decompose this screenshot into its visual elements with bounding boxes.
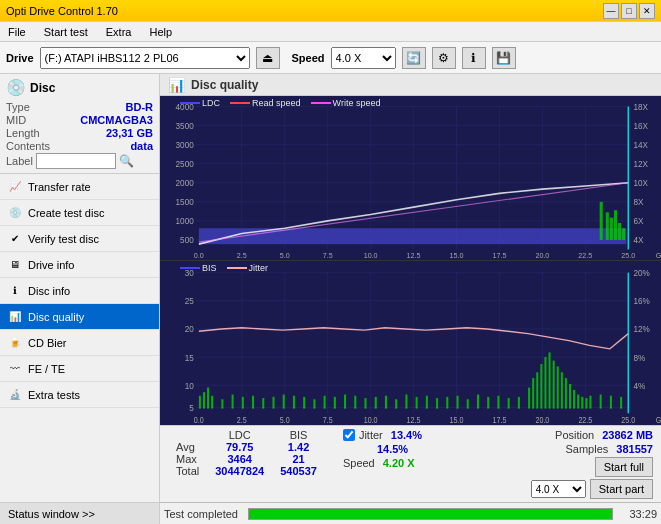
svg-text:7.5: 7.5 [323,415,333,425]
create-test-disc-icon: 💿 [8,206,22,220]
svg-text:500: 500 [180,235,194,245]
drive-info-icon: 🖥 [8,258,22,272]
ldc-legend: LDC Read speed Write speed [180,98,380,108]
charts-area: LDC Read speed Write speed [160,96,661,425]
save-button[interactable]: 💾 [492,47,516,69]
svg-text:8X: 8X [633,197,643,207]
sidebar-item-cd-bier[interactable]: 🍺 CD Bier [0,330,159,356]
app-title: Opti Drive Control 1.70 [6,5,118,17]
disc-mid-row: MID CMCMAGBA3 [6,114,153,126]
svg-rect-53 [622,228,625,240]
drive-select[interactable]: (F:) ATAPI iHBS112 2 PL06 [40,47,250,69]
svg-rect-103 [262,398,264,409]
sidebar-item-transfer-rate[interactable]: 📈 Transfer rate [0,174,159,200]
sidebar-item-extra-tests[interactable]: 🔬 Extra tests [0,382,159,408]
svg-text:25.0: 25.0 [621,415,635,425]
stats-col-empty [168,429,207,441]
menu-file[interactable]: File [4,25,30,39]
buttons-row: Start full [595,457,653,477]
start-part-button[interactable]: Start part [590,479,653,499]
svg-text:25: 25 [185,296,194,307]
svg-rect-126 [497,396,499,409]
sidebar-item-disc-info[interactable]: ℹ Disc info [0,278,159,304]
bis-legend-bis: BIS [180,263,217,273]
status-window-button[interactable]: Status window >> [0,502,159,524]
close-button[interactable]: ✕ [639,3,655,19]
svg-rect-139 [569,384,571,409]
sidebar-item-label-transfer-rate: Transfer rate [28,181,91,193]
svg-rect-122 [457,396,459,409]
jitter-row: Jitter 13.4% [343,429,422,441]
sidebar-item-label-disc-info: Disc info [28,285,70,297]
svg-rect-118 [416,397,418,409]
svg-text:6X: 6X [633,216,643,226]
bis-legend-jitter: Jitter [227,263,269,273]
svg-text:25.0: 25.0 [621,251,635,260]
svg-text:1000: 1000 [176,216,195,226]
sidebar-item-drive-info[interactable]: 🖥 Drive info [0,252,159,278]
speed-label-row: Speed 4.20 X [343,457,422,469]
ldc-legend-read: Read speed [230,98,301,108]
minimize-button[interactable]: — [603,3,619,19]
speed-label: Speed [343,457,375,469]
speed-select[interactable]: 4.0 X [331,47,396,69]
disc-label-input[interactable] [36,153,116,169]
progress-bar-container [248,508,613,520]
stats-total-bis: 540537 [272,465,325,477]
sidebar-item-create-test-disc[interactable]: 💿 Create test disc [0,200,159,226]
bis-legend-jitter-label: Jitter [249,263,269,273]
samples-value: 381557 [616,443,653,455]
refresh-button[interactable]: 🔄 [402,47,426,69]
disc-mid-value: CMCMAGBA3 [80,114,153,126]
jitter-checkbox[interactable] [343,429,355,441]
disc-mid-label: MID [6,114,26,126]
sidebar-item-label-drive-info: Drive info [28,259,74,271]
svg-rect-113 [364,398,366,409]
menu-extra[interactable]: Extra [102,25,136,39]
stats-col-bis: BIS [272,429,325,441]
info-button[interactable]: ℹ [462,47,486,69]
menu-start-test[interactable]: Start test [40,25,92,39]
settings-button[interactable]: ⚙ [432,47,456,69]
svg-rect-134 [549,352,551,408]
bis-chart-svg: 30 25 20 15 10 5 20% 16% 12% 8% 4% [160,261,661,425]
quality-icon: 📊 [168,77,185,93]
disc-label-icon[interactable]: 🔍 [119,154,134,168]
window-controls[interactable]: — □ ✕ [603,3,655,19]
disc-type-value: BD-R [126,101,154,113]
ldc-legend-write: Write speed [311,98,381,108]
maximize-button[interactable]: □ [621,3,637,19]
svg-text:12%: 12% [633,324,650,335]
svg-rect-129 [528,388,530,409]
menu-help[interactable]: Help [145,25,176,39]
sidebar-item-label-fe-te: FE / TE [28,363,65,375]
stats-row-avg-label: Avg [168,441,207,453]
svg-text:4%: 4% [633,380,645,391]
stats-avg-bis: 1.42 [272,441,325,453]
svg-rect-146 [610,396,612,409]
svg-rect-137 [561,372,563,408]
toolbar: Drive (F:) ATAPI iHBS112 2 PL06 ⏏ Speed … [0,42,661,74]
disc-contents-label: Contents [6,140,50,152]
start-full-button[interactable]: Start full [595,457,653,477]
svg-rect-51 [614,210,617,240]
disc-length-row: Length 23,31 GB [6,127,153,139]
stats-speed-select[interactable]: 4.0 X [531,480,586,498]
ldc-legend-read-label: Read speed [252,98,301,108]
disc-type-row: Type BD-R [6,101,153,113]
svg-rect-105 [283,395,285,409]
sidebar-item-disc-quality[interactable]: 📊 Disc quality [0,304,159,330]
svg-rect-115 [385,396,387,409]
sidebar-nav: 📈 Transfer rate 💿 Create test disc ✔ Ver… [0,174,159,502]
svg-rect-112 [354,396,356,409]
svg-rect-114 [375,397,377,409]
eject-button[interactable]: ⏏ [256,47,280,69]
sidebar-item-fe-te[interactable]: 〰 FE / TE [0,356,159,382]
sidebar-item-verify-test-disc[interactable]: ✔ Verify test disc [0,226,159,252]
svg-rect-96 [203,392,205,408]
svg-text:10.0: 10.0 [364,251,378,260]
transfer-rate-icon: 📈 [8,180,22,194]
disc-header: 💿 Disc [6,78,153,97]
svg-text:16X: 16X [633,121,648,131]
svg-rect-124 [477,395,479,409]
